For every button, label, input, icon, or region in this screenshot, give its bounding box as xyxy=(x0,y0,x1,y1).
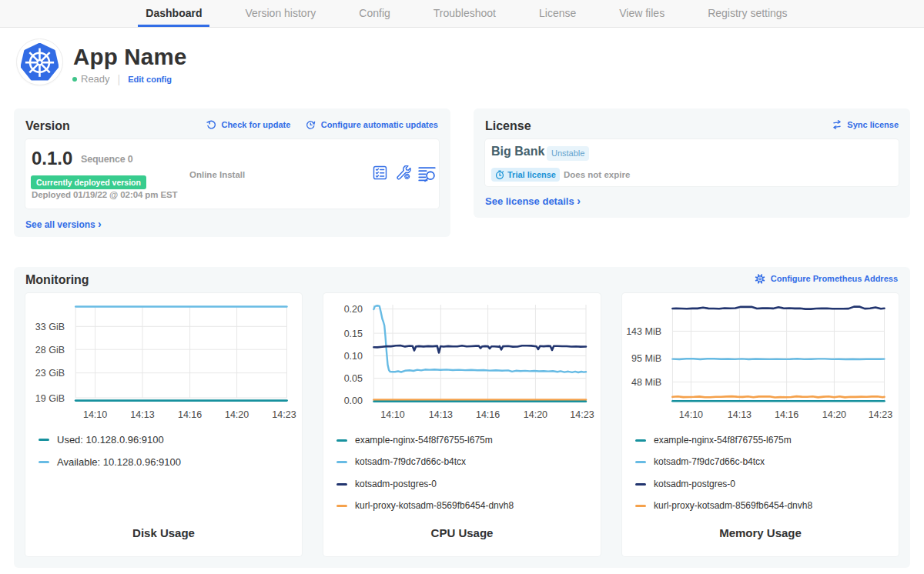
svg-text:33 GiB: 33 GiB xyxy=(35,322,65,332)
svg-text:14:10: 14:10 xyxy=(380,409,404,420)
svg-text:14:10: 14:10 xyxy=(83,409,107,420)
svg-text:14:16: 14:16 xyxy=(178,409,202,420)
svg-text:14:13: 14:13 xyxy=(429,409,453,420)
svg-text:0.00: 0.00 xyxy=(344,395,363,406)
svg-text:0.10: 0.10 xyxy=(344,351,363,362)
svg-text:14:23: 14:23 xyxy=(272,409,296,420)
svg-text:14:13: 14:13 xyxy=(130,409,154,420)
svg-text:14:23: 14:23 xyxy=(869,409,892,420)
svg-text:28 GiB: 28 GiB xyxy=(35,345,65,355)
svg-text:95 MiB: 95 MiB xyxy=(631,353,661,364)
svg-text:14:20: 14:20 xyxy=(225,409,249,420)
svg-text:14:13: 14:13 xyxy=(728,409,752,420)
svg-text:14:10: 14:10 xyxy=(679,409,703,420)
svg-text:14:16: 14:16 xyxy=(476,409,500,420)
svg-text:23 GiB: 23 GiB xyxy=(35,368,65,379)
svg-text:48 MiB: 48 MiB xyxy=(631,377,661,388)
svg-text:0.05: 0.05 xyxy=(344,373,363,384)
svg-text:14:20: 14:20 xyxy=(822,409,846,420)
svg-text:19 GiB: 19 GiB xyxy=(35,393,65,404)
svg-text:14:16: 14:16 xyxy=(775,409,798,420)
svg-text:143 MiB: 143 MiB xyxy=(626,326,661,337)
svg-text:0.20: 0.20 xyxy=(344,304,363,315)
svg-text:14:23: 14:23 xyxy=(570,409,594,420)
svg-text:0.15: 0.15 xyxy=(344,329,363,339)
svg-text:14:20: 14:20 xyxy=(524,409,547,420)
